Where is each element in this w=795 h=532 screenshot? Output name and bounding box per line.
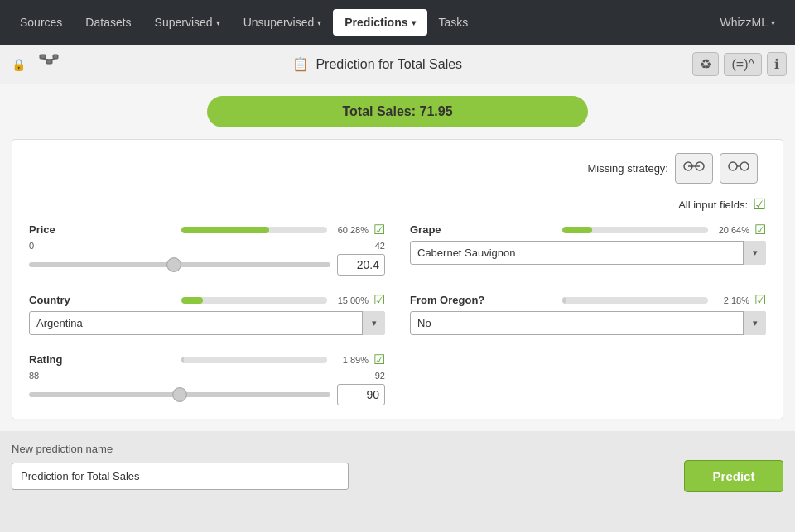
rating-slider-track[interactable] (29, 386, 330, 403)
grape-field-header: Grape 20.64% ☑ (410, 222, 766, 237)
grape-label: Grape (410, 223, 556, 236)
unsupervised-chevron-icon: ▾ (317, 18, 321, 27)
svg-point-8 (729, 162, 737, 170)
grape-select[interactable]: Cabernet Sauvignon Merlot Chardonnay (410, 241, 766, 265)
price-field: Price 60.28% ☑ 0 42 (29, 222, 385, 276)
nav-unsupervised[interactable]: Unsupervised ▾ (232, 9, 334, 36)
price-bar-fill (181, 227, 269, 233)
prediction-name-input[interactable] (12, 463, 349, 490)
price-max: 42 (375, 241, 385, 251)
price-slider-track[interactable] (29, 256, 330, 273)
rating-field-header: Rating 1.89% ☑ (29, 352, 385, 367)
missing-strategy-label: Missing strategy: (587, 162, 668, 175)
nav-brand[interactable]: WhizzML ▾ (708, 9, 787, 36)
nav-supervised[interactable]: Supervised ▾ (143, 9, 232, 36)
country-field-header: Country 15.00% ☑ (29, 292, 385, 308)
from-oregon-check-icon[interactable]: ☑ (754, 292, 766, 308)
svg-line-3 (43, 59, 50, 60)
nav-tasks[interactable]: Tasks (427, 9, 480, 36)
price-slider-row (29, 254, 385, 276)
rating-max: 92 (375, 371, 385, 381)
price-check-icon[interactable]: ☑ (373, 222, 385, 237)
rating-range-labels: 88 92 (29, 371, 385, 381)
formula-btn[interactable]: (=)^ (724, 53, 762, 76)
form-area: Missing strategy: All input fields: ☑ Pr… (12, 139, 783, 419)
country-check-icon[interactable]: ☑ (373, 292, 385, 308)
strategy-btn-1[interactable] (675, 153, 713, 184)
price-range-labels: 0 42 (29, 241, 385, 251)
rating-bar (181, 357, 327, 363)
nav-datasets[interactable]: Datasets (74, 9, 142, 36)
nav-predictions[interactable]: Predictions ▾ (333, 9, 426, 36)
from-oregon-field-header: From Oregon? 2.18% ☑ (410, 292, 766, 308)
from-oregon-bar (562, 297, 708, 304)
from-oregon-pct: 2.18% (715, 295, 749, 305)
svg-rect-2 (53, 55, 58, 59)
rating-value-input[interactable] (337, 384, 385, 405)
bottom-section: New prediction name Predict (0, 431, 795, 504)
price-field-header: Price 60.28% ☑ (29, 222, 385, 237)
price-label: Price (29, 223, 175, 236)
grape-bar (562, 227, 708, 233)
toolbar: 🔒 📋 Prediction for Total Sales ♻ (=)^ ℹ (0, 45, 795, 84)
grape-bar-fill (562, 227, 592, 233)
diagram-icon[interactable] (36, 50, 62, 78)
grape-field: Grape 20.64% ☑ Cabernet Sauvignon Merlot… (410, 222, 766, 276)
result-bar-wrap: Total Sales: 71.95 (0, 84, 795, 139)
bottom-row: Predict (12, 460, 783, 492)
country-bar-fill (181, 297, 203, 304)
svg-rect-0 (40, 55, 46, 59)
price-pct: 60.28% (334, 225, 369, 235)
country-dropdown-wrap: Argentina France Italy Spain USA ▾ (29, 311, 385, 335)
toolbar-actions: ♻ (=)^ ℹ (692, 52, 787, 76)
main-content: Total Sales: 71.95 Missing strategy: All… (0, 84, 795, 504)
from-oregon-select[interactable]: No Yes (410, 311, 766, 335)
rating-bar-fill (181, 357, 184, 363)
missing-strategy-row: Missing strategy: (29, 153, 766, 184)
rating-min: 88 (29, 371, 39, 381)
lock-icon[interactable]: 🔒 (8, 55, 29, 74)
country-label: Country (29, 294, 175, 306)
country-pct: 15.00% (334, 295, 369, 305)
price-min: 0 (29, 241, 34, 251)
svg-rect-1 (46, 60, 52, 64)
info-btn[interactable]: ℹ (767, 52, 787, 76)
grape-pct: 20.64% (715, 225, 749, 235)
result-bar: Total Sales: 71.95 (207, 96, 588, 127)
rating-field: Rating 1.89% ☑ 88 92 (29, 352, 385, 405)
all-input-label: All input fields: (678, 199, 748, 211)
nav-sources[interactable]: Sources (8, 9, 74, 36)
rating-pct: 1.89% (334, 355, 369, 365)
price-bar (181, 227, 327, 233)
fields-grid: Price 60.28% ☑ 0 42 (29, 222, 766, 405)
from-oregon-bar-fill (562, 297, 566, 304)
predict-button[interactable]: Predict (684, 460, 783, 492)
country-bar (181, 297, 327, 304)
toolbar-title: 📋 Prediction for Total Sales (69, 56, 686, 72)
rating-check-icon[interactable]: ☑ (373, 352, 385, 367)
from-oregon-label: From Oregon? (410, 294, 556, 306)
from-oregon-field: From Oregon? 2.18% ☑ No Yes ▾ (410, 292, 766, 335)
rating-slider-thumb[interactable] (172, 387, 187, 402)
navbar: Sources Datasets Supervised ▾ Unsupervis… (0, 0, 795, 45)
predictions-chevron-icon: ▾ (412, 18, 416, 27)
new-prediction-label: New prediction name (12, 443, 783, 455)
grape-dropdown-wrap: Cabernet Sauvignon Merlot Chardonnay ▾ (410, 241, 766, 265)
doc-icon: 📋 (292, 56, 309, 72)
rating-label: Rating (29, 353, 175, 366)
all-input-check-icon[interactable]: ☑ (753, 195, 766, 213)
price-value-input[interactable] (337, 254, 385, 276)
grape-check-icon[interactable]: ☑ (754, 222, 766, 237)
from-oregon-dropdown-wrap: No Yes ▾ (410, 311, 766, 335)
all-input-row: All input fields: ☑ (29, 195, 766, 213)
rating-slider-row (29, 384, 385, 405)
price-slider-thumb[interactable] (166, 257, 181, 272)
svg-point-9 (740, 162, 749, 170)
supervised-chevron-icon: ▾ (216, 18, 220, 27)
brand-chevron-icon: ▾ (771, 18, 775, 27)
recycle-btn[interactable]: ♻ (692, 52, 719, 76)
strategy-btn-2[interactable] (720, 153, 758, 184)
country-select[interactable]: Argentina France Italy Spain USA (29, 311, 385, 335)
country-field: Country 15.00% ☑ Argentina France Italy … (29, 292, 385, 335)
svg-line-4 (50, 59, 56, 60)
